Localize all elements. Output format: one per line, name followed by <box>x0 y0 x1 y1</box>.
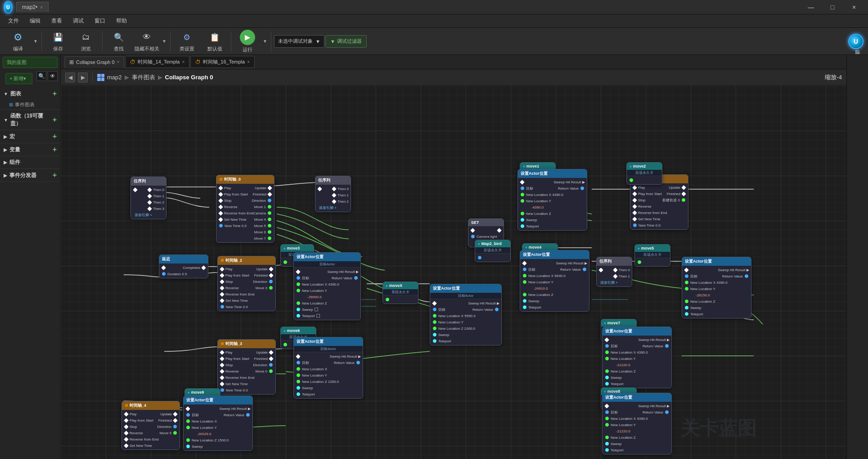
section-macros-header[interactable]: ▶ 宏 + <box>0 130 60 143</box>
node-set-actor-tr-body: Sweep Hit Result ▶ 目标Return Value New Lo… <box>518 178 587 230</box>
node-sequence-left[interactable]: 任序列 Then 0 Then 1 Then 2 Then 3 添加引脚 + <box>130 177 166 219</box>
section-graph-header[interactable]: ▼ 图表 + <box>0 87 60 100</box>
breadcrumb-map2[interactable]: map2 <box>107 74 122 81</box>
tab-timeline14-close[interactable]: × <box>182 59 184 64</box>
node-set-actor-pos-1[interactable]: 设置Actor位置 目标Actor Sweep Hit Result ▶ 目标R… <box>293 252 361 320</box>
defaults-icon: 📋 <box>208 31 221 44</box>
node-timeline-0[interactable]: ⏱ 时间轴_0 PlayUpdate Play from StartFinish… <box>216 175 274 243</box>
tab-timeline-14[interactable]: ⏱ 时间轴_14_Templa × <box>125 56 189 68</box>
node-seq-right-body: Then 0 Then 1 添加引脚 + <box>597 266 632 286</box>
defaults-button[interactable]: 📋 默认值 <box>201 29 228 54</box>
tab-collapse-close[interactable]: × <box>117 59 120 64</box>
menu-edit[interactable]: 编辑 <box>25 15 45 27</box>
browse-icon: 🗂 <box>79 31 93 44</box>
breadcrumb-sep-arrow-1: ▶ <box>125 74 129 81</box>
maximize-button[interactable]: □ <box>822 0 843 14</box>
node-seq-right[interactable]: 任序列 Then 0 Then 1 添加引脚 + <box>596 257 632 287</box>
add-macro-button[interactable]: + <box>53 132 57 141</box>
node-set-actor-br2-body: Sweep Hit Result ▶ 目标Return Value New Lo… <box>603 402 671 454</box>
new-button[interactable]: + 新增▾ <box>5 73 32 84</box>
compile-button[interactable]: ⚙ 编译 <box>4 29 31 54</box>
triangle-comp-icon: ▶ <box>4 160 7 165</box>
add-dispatcher-button[interactable]: + <box>53 171 57 179</box>
section-variables-header[interactable]: ▶ 变量 + <box>0 143 60 156</box>
tab-timeline16-close[interactable]: × <box>247 59 250 64</box>
add-function-button[interactable]: + <box>53 116 57 124</box>
node-move7-header: ● move7 <box>601 319 636 327</box>
node-set-actor-c2-body: Sweep Hit Result ▶ 目标Return Value New Lo… <box>430 299 501 345</box>
node-set-actor-pos-tr[interactable]: 设置Actor位置 Sweep Hit Result ▶ 目标Return Va… <box>517 169 587 231</box>
my-blueprint-button[interactable]: 我的蓝图 <box>3 57 58 68</box>
node-set-actor-pos-cr[interactable]: 设置Actor位置 Sweep Hit Result ▶ 目标Return Va… <box>520 250 589 312</box>
debug-target-combo[interactable]: 未选中调试对象 ▼ <box>274 35 324 48</box>
new-label: + 新增▾ <box>9 75 26 82</box>
node-timeline-3[interactable]: ⏱ 时间轴_3 PlayUpdate Play from StartFinish… <box>217 339 276 395</box>
title-tab-close[interactable]: × <box>40 5 43 10</box>
forward-button[interactable]: ▶ <box>78 73 88 82</box>
compile-icon: ⚙ <box>11 31 25 44</box>
tab-collapse-graph[interactable]: ⊞ Collapse Graph 0 × <box>64 56 124 68</box>
find-button[interactable]: 🔍 查找 <box>105 29 132 54</box>
save-button[interactable]: 💾 保存 <box>45 29 72 54</box>
node-movex-header: ● moveX <box>383 282 418 289</box>
node-set-actor-tr-header: 设置Actor位置 <box>518 169 587 178</box>
eye-button[interactable]: 👁 <box>48 71 58 81</box>
section-dispatchers-label: 事件分发器 <box>9 172 36 179</box>
right-panel: 细节 <box>846 55 868 459</box>
section-components-header[interactable]: ▶ 组件 <box>0 156 60 168</box>
section-functions-header[interactable]: ▼ 函数（19可覆盖） + <box>0 110 60 130</box>
node-timeline3-header: ⏱ 时间轴_3 <box>218 340 275 348</box>
menu-debug[interactable]: 调试 <box>68 15 88 27</box>
node-set-actor-bl[interactable]: 设置Actor位置 Sweep Hit Result ▶ 目标Return Va… <box>183 395 253 451</box>
search-button[interactable]: 🔍 <box>36 71 46 81</box>
node-move2[interactable]: ● move2 应该永久卡 <box>626 162 662 185</box>
node-movex[interactable]: ● moveX 系统永久卡 <box>382 282 418 304</box>
node-timeline4-header: ⏱ 时间轴_4 <box>122 401 180 410</box>
back-button[interactable]: ◀ <box>65 73 75 82</box>
node-move5[interactable]: ● move5 应该永久卡 <box>634 244 670 267</box>
add-variable-button[interactable]: + <box>53 145 57 154</box>
browse-label: 浏览 <box>81 45 91 52</box>
minimize-button[interactable]: — <box>801 0 821 14</box>
node-set-actor-far-right[interactable]: 设置Actor位置 Sweep Hit Result ▶ 目标Return Va… <box>682 257 751 318</box>
node-set-actor-c2[interactable]: 设置Actor位置 目标Actor Sweep Hit Result ▶ 目标R… <box>430 284 502 345</box>
hide-button[interactable]: 👁 隐藏不相关 <box>133 29 160 54</box>
run-dropdown[interactable]: ▼ <box>262 29 268 54</box>
node-set-actor-br[interactable]: 设置Actor位置 Sweep Hit Result ▶ 目标Return Va… <box>602 327 672 388</box>
browse-button[interactable]: 🗂 浏览 <box>72 29 99 54</box>
breadcrumb-event-graph[interactable]: 事件图表 <box>132 73 155 82</box>
add-graph-button[interactable]: + <box>53 90 57 98</box>
triangle-macro-icon: ▶ <box>4 134 7 139</box>
node-timeline-2[interactable]: ⏱ 时间轴_2 PlayUpdate Play from StartFinish… <box>217 256 276 311</box>
node-set-actor-br2[interactable]: 设置Actor位置 Sweep Hit Result ▶ 目标Return Va… <box>602 393 672 454</box>
title-tab[interactable]: map2• × <box>16 2 49 12</box>
canvas-area[interactable]: 任序列 Then 0 Then 1 Then 2 Then 3 添加引脚 + ⏱… <box>61 86 846 459</box>
compile-label: 编译 <box>13 45 23 52</box>
node-set-actor-bot[interactable]: 设置Actor位置 目标Actor Sweep Hit Result ▶ 目标R… <box>293 337 363 399</box>
close-button[interactable]: × <box>844 0 864 14</box>
compile-dropdown[interactable]: ▼ <box>32 29 39 54</box>
node-timeline-4[interactable]: ⏱ 时间轴_4 PlayUpdate Play from StartFinish… <box>121 401 180 450</box>
event-graph-item[interactable]: ⊞ 事件图表 <box>0 100 60 109</box>
tab-timeline-16[interactable]: ⏱ 时间轴_16_Templa × <box>190 56 255 68</box>
menu-help[interactable]: 帮助 <box>112 15 131 27</box>
event-graph-icon: ⊞ <box>9 102 13 108</box>
node-seq-topc-body: Then 0 Then 1 Then 2 添加引脚 + <box>315 185 351 212</box>
hide-dropdown[interactable]: ▼ <box>161 29 167 54</box>
class-settings-button[interactable]: ⚙ 类设置 <box>173 29 200 54</box>
node-map2-bird-sub: 应该永久卡 <box>475 247 510 254</box>
node-set-actor-bot-header: 设置Actor位置 <box>294 337 363 346</box>
menu-window[interactable]: 窗口 <box>90 15 110 27</box>
section-dispatchers-header[interactable]: ▶ 事件分发器 + <box>0 169 60 182</box>
node-sequence-top-center[interactable]: 任序列 Then 0 Then 1 Then 2 添加引脚 + <box>315 176 351 212</box>
menu-view[interactable]: 查看 <box>47 15 67 27</box>
left-panel: 我的蓝图 + 新增▾ 🔍 👁 ▼ 图表 + ⊞ 事件图表 ▼ 函数（19可覆盖） <box>0 55 61 459</box>
menu-file[interactable]: 文件 <box>4 15 23 27</box>
node-map2-bird[interactable]: ● Map2_bird 应该永久卡 <box>475 240 511 262</box>
debug-filter-button[interactable]: ▼ 调试过滤器 <box>325 35 367 48</box>
node-move5-body <box>635 258 670 266</box>
node-move2-body <box>627 176 662 184</box>
node-delay[interactable]: 延迟 Completed Duration 0.5 <box>159 254 208 278</box>
node-set-actor-c2-sub: 目标Actor <box>430 293 501 299</box>
run-button[interactable]: ▶ 运行 <box>234 29 261 54</box>
